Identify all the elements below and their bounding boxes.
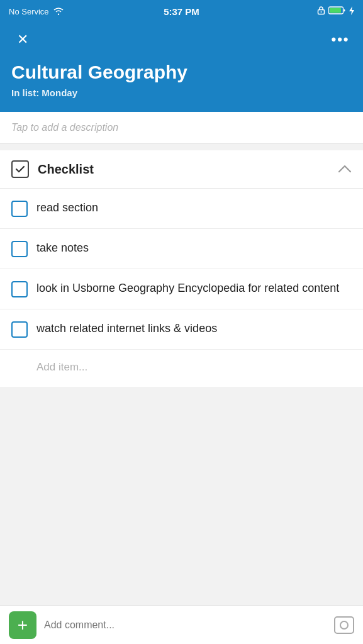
checklist-items: read section take notes look in Usborne … — [0, 189, 363, 388]
camera-lens-icon — [340, 621, 349, 630]
plus-icon: + — [18, 616, 28, 634]
battery-icon — [328, 6, 346, 18]
section-divider — [0, 144, 363, 150]
header-top: ✕ ••• — [11, 28, 352, 51]
svg-marker-4 — [349, 6, 354, 15]
list-name: Monday — [42, 87, 77, 98]
add-item-placeholder: Add item... — [11, 361, 352, 374]
description-area[interactable]: Tap to add a description — [0, 112, 363, 144]
item-text-2: take notes — [36, 240, 352, 256]
carrier-text: No Service — [9, 7, 49, 16]
close-button[interactable]: ✕ — [11, 28, 34, 51]
more-button[interactable]: ••• — [329, 28, 352, 51]
checkbox-2[interactable] — [11, 241, 28, 257]
chevron-up-icon[interactable] — [338, 163, 352, 176]
svg-rect-3 — [330, 8, 341, 13]
comment-input[interactable] — [44, 619, 327, 631]
status-right — [317, 6, 354, 18]
checklist-item: look in Usborne Geography Encyclopedia f… — [0, 269, 363, 309]
checklist-header: Checklist — [0, 150, 363, 189]
content-spacer — [0, 388, 363, 514]
checklist-item: watch related internet links & videos — [0, 309, 363, 350]
task-header: ✕ ••• Cultural Geography In list: Monday — [0, 23, 363, 112]
checklist-title: Checklist — [38, 162, 338, 177]
add-comment-button[interactable]: + — [9, 611, 36, 639]
status-bar: No Service 5:37 PM — [0, 0, 363, 23]
wifi-icon — [53, 6, 64, 17]
in-list-prefix: In list: — [11, 87, 39, 98]
checklist-icon — [11, 160, 29, 178]
lock-icon — [317, 6, 325, 18]
add-item-row[interactable]: Add item... — [0, 350, 363, 388]
task-list-info: In list: Monday — [11, 87, 352, 98]
checkbox-4[interactable] — [11, 321, 28, 338]
bottom-bar: + — [0, 605, 363, 644]
item-text-3: look in Usborne Geography Encyclopedia f… — [36, 280, 352, 296]
charging-icon — [349, 6, 354, 18]
checklist-item: read section — [0, 189, 363, 229]
status-left: No Service — [9, 6, 64, 17]
task-title: Cultural Geography — [11, 61, 352, 84]
description-placeholder: Tap to add a description — [11, 122, 352, 133]
status-time: 5:37 PM — [164, 6, 199, 17]
item-text-1: read section — [36, 200, 352, 216]
item-text-4: watch related internet links & videos — [36, 321, 352, 336]
svg-point-1 — [321, 11, 322, 13]
checkbox-3[interactable] — [11, 281, 28, 297]
checkbox-1[interactable] — [11, 201, 28, 217]
checklist-item: take notes — [0, 229, 363, 269]
camera-button[interactable] — [334, 616, 354, 634]
